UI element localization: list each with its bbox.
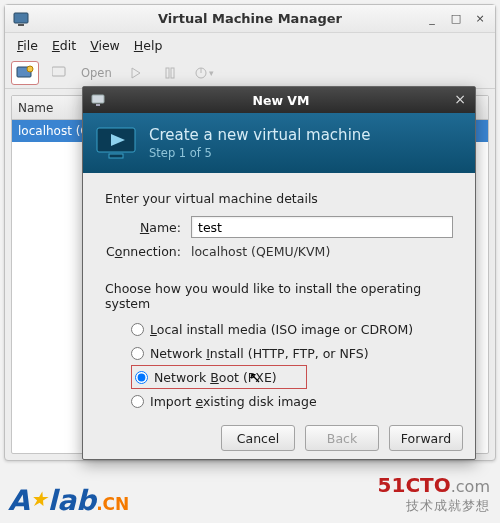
- svg-rect-12: [109, 154, 123, 158]
- option-network-install[interactable]: Network Install (HTTP, FTP, or NFS): [131, 341, 453, 365]
- menubar: FFileile Edit View Help: [5, 33, 495, 57]
- svg-point-3: [27, 66, 33, 72]
- display-play-icon: [95, 125, 137, 161]
- svg-rect-6: [171, 68, 174, 78]
- play-icon: [130, 67, 142, 79]
- back-button: Back: [305, 425, 379, 451]
- power-icon: [194, 66, 208, 80]
- open-label: Open: [79, 66, 116, 80]
- window-title: Virtual Machine Manager: [5, 5, 495, 33]
- svg-rect-0: [14, 13, 28, 23]
- option-network-boot[interactable]: Network Boot (PXE): [131, 365, 307, 389]
- forward-button[interactable]: Forward: [389, 425, 463, 451]
- radio-network-boot[interactable]: [135, 371, 148, 384]
- dialog-heading: Create a new virtual machine: [149, 126, 371, 144]
- connection-label: Connection:: [105, 244, 191, 259]
- window-controls: _ □ ×: [423, 10, 489, 28]
- svg-rect-4: [52, 67, 65, 76]
- connection-value: localhost (QEMU/KVM): [191, 244, 330, 259]
- option-local-media[interactable]: Local install media (ISO image or CDROM): [131, 317, 453, 341]
- new-vm-dialog: New VM × Create a new virtual machine St…: [82, 86, 476, 460]
- maximize-button[interactable]: □: [447, 10, 465, 28]
- menu-file[interactable]: FFileile: [11, 36, 44, 55]
- display-icon: [13, 11, 29, 27]
- run-button[interactable]: [122, 61, 150, 85]
- open-vm-button[interactable]: [45, 61, 73, 85]
- dialog-titlebar: New VM ×: [83, 87, 475, 113]
- dialog-close-button[interactable]: ×: [451, 91, 469, 109]
- dialog-footer: Cancel Back Forward: [221, 425, 463, 451]
- name-label: Name:: [105, 220, 191, 235]
- cancel-button[interactable]: Cancel: [221, 425, 295, 451]
- dialog-title: New VM: [87, 93, 475, 108]
- new-vm-button[interactable]: [11, 61, 39, 85]
- dialog-header: Create a new virtual machine Step 1 of 5: [83, 113, 475, 173]
- option-label: Local install media (ISO image or CDROM): [150, 322, 413, 337]
- radio-network-install[interactable]: [131, 347, 144, 360]
- dialog-step: Step 1 of 5: [149, 146, 371, 160]
- main-titlebar: Virtual Machine Manager _ □ ×: [5, 5, 495, 33]
- menu-edit[interactable]: Edit: [46, 36, 82, 55]
- dialog-body: Enter your virtual machine details Name:…: [83, 173, 475, 423]
- watermark-51cto: 51CTO.com 技术成就梦想: [378, 473, 490, 515]
- close-button[interactable]: ×: [471, 10, 489, 28]
- radio-local-media[interactable]: [131, 323, 144, 336]
- shutdown-button[interactable]: ▾: [190, 61, 218, 85]
- display-new-icon: [16, 65, 34, 81]
- menu-help[interactable]: Help: [128, 36, 169, 55]
- minimize-button[interactable]: _: [423, 10, 441, 28]
- option-label: Network Boot (PXE): [154, 370, 277, 385]
- option-label: Network Install (HTTP, FTP, or NFS): [150, 346, 369, 361]
- svg-rect-5: [166, 68, 169, 78]
- name-row: Name:: [105, 216, 453, 238]
- connection-row: Connection: localhost (QEMU/KVM): [105, 244, 453, 259]
- watermark-ailab: A★lab.CN: [8, 484, 129, 517]
- pause-button[interactable]: [156, 61, 184, 85]
- option-label: Import existing disk image: [150, 394, 317, 409]
- intro-text: Enter your virtual machine details: [105, 191, 453, 206]
- radio-import-disk[interactable]: [131, 395, 144, 408]
- name-input[interactable]: [191, 216, 453, 238]
- display-icon: [52, 66, 66, 80]
- pause-icon: [164, 67, 176, 79]
- option-import-disk[interactable]: Import existing disk image: [131, 389, 453, 413]
- dialog-header-text: Create a new virtual machine Step 1 of 5: [149, 126, 371, 160]
- choose-text: Choose how you would like to install the…: [105, 281, 453, 311]
- menu-view[interactable]: View: [84, 36, 126, 55]
- svg-rect-1: [18, 24, 24, 26]
- toolbar: Open ▾: [5, 57, 495, 89]
